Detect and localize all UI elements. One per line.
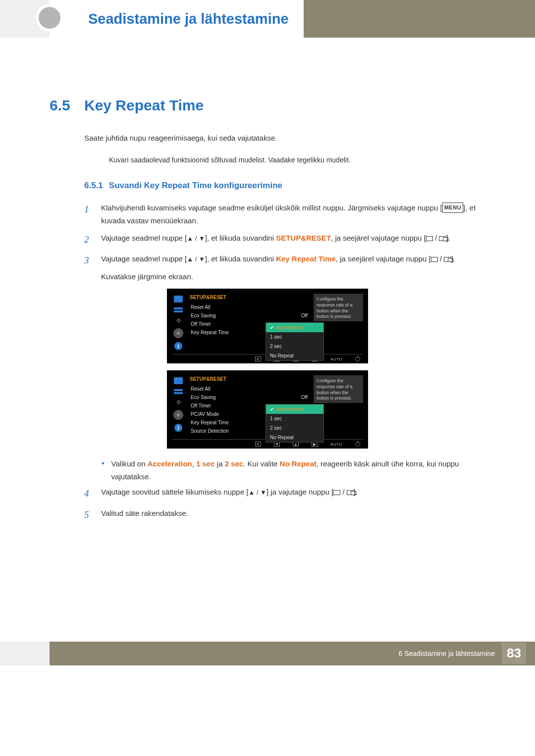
osd-dropdown: Acceleration 1 sec 2 sec No Repeat xyxy=(266,404,324,443)
size-icon: ✧ xyxy=(174,317,183,324)
text: , ja seejärel vajutage nuppu [ xyxy=(336,254,431,263)
list-icon xyxy=(174,389,183,394)
osd-item: Reset All xyxy=(189,303,310,311)
osd-dropdown-option: 2 sec xyxy=(266,342,323,351)
text: Valikud on xyxy=(111,459,148,468)
osd-dropdown-option: 1 sec xyxy=(266,414,323,423)
source-icon xyxy=(431,257,438,262)
text: ja xyxy=(215,459,225,468)
source-icon xyxy=(333,490,340,495)
osd-sidebar: ✧ i xyxy=(172,294,185,350)
step-number: 2 xyxy=(84,232,92,248)
header-left-bar xyxy=(0,0,50,38)
osd-dropdown-option: 1 sec xyxy=(266,332,323,342)
picture-icon xyxy=(174,296,183,302)
enter-icon xyxy=(347,490,354,495)
step-body: Vajutage seadmel nuppe [▲ / ▼], et liiku… xyxy=(101,252,485,283)
header-title-wrap: Seadistamine ja lähtestamine xyxy=(50,0,304,38)
text: Vajutage seadmel nuppe [ xyxy=(101,234,187,242)
info-icon: i xyxy=(174,424,182,432)
option-label: No Repeat xyxy=(280,459,317,468)
option-label: 1 sec xyxy=(196,459,215,468)
section-intro: Saate juhtida nupu reageerimisaega, kui … xyxy=(84,134,485,142)
chapter-title: Seadistamine ja lähtestamine xyxy=(64,11,289,27)
osd-dropdown: Acceleration 1 sec 2 sec No Repeat xyxy=(266,322,324,361)
gear-icon xyxy=(174,329,182,337)
gear-icon xyxy=(174,411,182,419)
footer-chapter-title: Seadistamine ja lähtestamine xyxy=(404,650,495,657)
enter-icon xyxy=(444,257,451,262)
osd-sidebar: ✧ i xyxy=(172,375,185,435)
step-3: 3 Vajutage seadmel nuppe [▲ / ▼], et lii… xyxy=(84,252,485,283)
bullet-body: Valikud on Acceleration, 1 sec ja 2 sec.… xyxy=(111,457,485,483)
text: ]. xyxy=(446,234,450,242)
step-body: Vajutage seadmel nuppe [▲ / ▼], et liiku… xyxy=(101,232,485,248)
text: Vajutage seadmel nuppe [ xyxy=(101,254,187,263)
option-label: 2 sec xyxy=(225,459,244,468)
step-after-text: Kuvatakse järgmine ekraan. xyxy=(101,270,485,283)
osd-title: SETUP&RESET xyxy=(189,294,310,303)
power-icon xyxy=(355,356,360,361)
text: ]. xyxy=(354,488,358,496)
close-icon: ✕ xyxy=(255,356,261,361)
osd-dropdown-option: No Repeat xyxy=(266,351,323,360)
text: ], et liikuda suvandini xyxy=(205,254,276,263)
up-down-arrows-icon: ▲ / ▼ xyxy=(248,489,267,496)
auto-label: AUTO xyxy=(330,442,342,447)
page-footer: 6 Seadistamine ja lähtestamine 83 xyxy=(0,642,535,665)
step-number: 3 xyxy=(84,252,92,283)
option-label: Acceleration xyxy=(148,459,192,468)
section-note: Kuvari saadaolevad funktsioonid sõltuvad… xyxy=(109,156,485,164)
osd-dropdown-selected: Acceleration xyxy=(266,323,323,332)
step-body: Valitud säte rakendatakse. xyxy=(101,507,485,523)
osd-item: Eco SavingOff xyxy=(189,393,310,402)
enter-icon xyxy=(439,236,446,241)
menu-button-label: MENU xyxy=(442,202,463,213)
text: ]. xyxy=(451,254,455,263)
size-icon: ✧ xyxy=(174,399,183,406)
osd-dropdown-option: 2 sec xyxy=(266,423,323,433)
close-icon: ✕ xyxy=(255,442,261,447)
section-number: 6.5 xyxy=(50,97,84,114)
osd-dropdown-option: No Repeat xyxy=(266,433,323,442)
list-icon xyxy=(174,307,183,312)
osd-screenshot-1: ✧ i SETUP&RESET Reset All Eco SavingOff … xyxy=(167,289,368,363)
up-down-arrows-icon: ▲ / ▼ xyxy=(187,255,205,263)
target-label: Key Repeat Time xyxy=(276,254,336,263)
text: , xyxy=(192,459,196,468)
picture-icon xyxy=(174,377,183,384)
footer-left-bar xyxy=(0,642,50,665)
step-number: 5 xyxy=(84,507,92,523)
footer-chapter-ref: 6 Seadistamine ja lähtestamine xyxy=(399,650,495,657)
step-5: 5 Valitud säte rakendatakse. xyxy=(84,507,485,523)
step-4: 4 Vajutage soovitud sättele liikumiseks … xyxy=(84,486,485,502)
text: ] ja vajutage nuppu [ xyxy=(267,488,333,496)
subsection-title: Suvandi Key Repeat Time konfigureerimine xyxy=(109,181,282,191)
footer-right-bar: 6 Seadistamine ja lähtestamine 83 xyxy=(50,642,535,665)
text: Vajutage soovitud sättele liikumiseks nu… xyxy=(101,488,248,496)
osd-description: Configure the response rate of a button … xyxy=(314,294,363,321)
step-number: 4 xyxy=(84,486,92,502)
section-heading: 6.5 Key Repeat Time xyxy=(50,97,485,114)
osd-description: Configure the response rate of a button … xyxy=(314,375,363,403)
text: Klahvijuhendi kuvamiseks vajutage seadme… xyxy=(101,203,442,212)
osd-title: SETUP&RESET xyxy=(189,375,310,385)
step-number: 1 xyxy=(84,202,92,227)
header-circle-icon xyxy=(36,4,63,32)
target-label: SETUP&RESET xyxy=(276,234,331,242)
page-header: Seadistamine ja lähtestamine xyxy=(0,0,535,38)
subsection-number: 6.5.1 xyxy=(84,181,103,191)
footer-chapter-num: 6 xyxy=(399,650,403,657)
page-number: 83 xyxy=(502,643,526,664)
text: . Kui valite xyxy=(243,459,279,468)
osd-screenshot-2: ✧ i SETUP&RESET Reset All Eco SavingOff … xyxy=(167,370,368,449)
section-title: Key Repeat Time xyxy=(84,97,204,114)
up-down-arrows-icon: ▲ / ▼ xyxy=(187,235,205,242)
step-2: 2 Vajutage seadmel nuppe [▲ / ▼], et lii… xyxy=(84,232,485,248)
osd-item: Reset All xyxy=(189,385,310,393)
osd-dropdown-selected: Acceleration xyxy=(266,404,323,414)
step-1: 1 Klahvijuhendi kuvamiseks vajutage sead… xyxy=(84,202,485,227)
option-bullet: • Valikud on Acceleration, 1 sec ja 2 se… xyxy=(102,457,485,483)
power-icon xyxy=(355,442,360,447)
step-body: Vajutage soovitud sättele liikumiseks nu… xyxy=(101,486,485,502)
